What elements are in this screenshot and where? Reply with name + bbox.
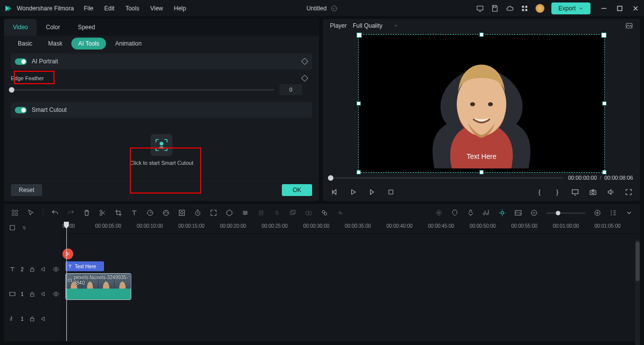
ruler-tick: 00:00:40:00 — [386, 223, 413, 229]
properties-top-tabs: Video Color Speed — [4, 19, 319, 36]
menu-view[interactable]: View — [150, 5, 163, 12]
color-tool-icon[interactable] — [162, 209, 170, 217]
stop-button[interactable] — [386, 188, 395, 197]
export-button[interactable]: Export — [551, 2, 590, 14]
tab-speed[interactable]: Speed — [69, 19, 104, 36]
delete-icon[interactable] — [83, 209, 91, 217]
subtab-basic[interactable]: Basic — [11, 38, 39, 49]
subtab-ai-tools[interactable]: AI Tools — [71, 38, 106, 49]
split-icon[interactable] — [99, 209, 107, 217]
keyframe-icon[interactable] — [301, 75, 308, 82]
window-close-button[interactable] — [632, 5, 639, 12]
undo-icon[interactable] — [51, 209, 59, 217]
apps-grid-icon[interactable] — [521, 4, 529, 12]
window-minimize-button[interactable] — [600, 5, 607, 12]
user-avatar[interactable] — [536, 4, 544, 13]
mute-icon[interactable] — [41, 315, 48, 322]
save-icon[interactable] — [491, 4, 499, 12]
lock-icon[interactable] — [29, 266, 36, 273]
tab-color[interactable]: Color — [37, 19, 69, 36]
group-icon[interactable] — [289, 209, 297, 217]
playhead[interactable] — [66, 222, 67, 341]
mute-icon[interactable] — [41, 266, 48, 273]
crop-icon[interactable] — [114, 209, 122, 217]
link-tracks-icon[interactable] — [21, 224, 28, 231]
audio-mixer-icon[interactable] — [483, 209, 490, 217]
visibility-icon[interactable] — [53, 266, 59, 273]
menu-edit[interactable]: Edit — [105, 5, 115, 12]
ai-portrait-toggle[interactable] — [15, 58, 27, 65]
thumbnail-icon[interactable] — [514, 209, 522, 217]
select-tool-icon[interactable] — [11, 209, 19, 217]
ai-portrait-row: AI Portrait — [11, 53, 312, 69]
smart-cutout-toggle[interactable] — [15, 107, 27, 113]
tab-video[interactable]: Video — [4, 19, 37, 36]
visibility-icon[interactable] — [53, 291, 59, 297]
timeline: 2 1 1 00:0000:00:05:0000:00:10:0000:00:1… — [4, 222, 640, 341]
auto-beat-icon[interactable] — [435, 209, 443, 217]
mixer-icon[interactable] — [257, 209, 265, 217]
zoom-in-icon[interactable] — [593, 209, 601, 217]
timeline-scrollbar[interactable] — [635, 240, 640, 345]
mark-in-icon[interactable]: { — [535, 188, 544, 197]
edge-feather-value[interactable]: 0 — [279, 84, 302, 95]
video-clip[interactable]: pexels-fauxels-3249935-3840 — [65, 273, 131, 300]
audio-stretch-icon[interactable] — [336, 209, 344, 217]
reset-button[interactable]: Reset — [11, 184, 42, 196]
marker-icon[interactable] — [225, 209, 233, 217]
ruler-tick: 00:00:25:00 — [262, 223, 288, 229]
timeline-options-icon[interactable] — [9, 224, 16, 231]
menu-tools[interactable]: Tools — [125, 5, 139, 12]
text-icon[interactable] — [130, 209, 138, 217]
fullscreen-icon[interactable] — [624, 188, 633, 197]
subtab-animation[interactable]: Animation — [108, 38, 148, 49]
next-frame-button[interactable] — [368, 188, 376, 197]
mute-icon[interactable] — [41, 291, 48, 297]
greenscreen-icon[interactable] — [178, 209, 186, 217]
project-title-group: Untitled — [307, 5, 338, 12]
smart-cutout-start-button[interactable]: Click to start Smart Cutout — [130, 134, 193, 166]
cloud-icon[interactable] — [506, 4, 514, 12]
preview-text-overlay[interactable]: Text Here — [467, 152, 496, 160]
snapshot-icon[interactable] — [589, 188, 597, 197]
redo-icon[interactable] — [67, 209, 75, 217]
lock-icon[interactable] — [29, 291, 36, 297]
duration-icon[interactable] — [194, 209, 202, 217]
lock-icon[interactable] — [29, 315, 36, 322]
mic-icon[interactable] — [467, 209, 475, 217]
zoom-slider[interactable] — [546, 212, 586, 214]
subtab-mask[interactable]: Mask — [41, 38, 69, 49]
quality-dropdown[interactable]: Full Quality — [353, 22, 398, 29]
display-icon[interactable] — [571, 188, 580, 197]
preview-scrubber[interactable] — [330, 177, 563, 179]
window-maximize-button[interactable] — [616, 5, 623, 12]
text-clip[interactable]: Text Here — [65, 261, 104, 271]
add-marker-icon[interactable] — [451, 209, 459, 217]
play-button[interactable] — [349, 188, 358, 197]
mark-out-icon[interactable]: } — [553, 188, 562, 197]
adjust-icon[interactable] — [241, 209, 249, 217]
prev-frame-button[interactable] — [330, 188, 339, 197]
ok-button[interactable]: OK — [282, 184, 312, 196]
more-options-icon[interactable] — [625, 209, 633, 217]
timeline-body[interactable]: 00:0000:00:05:0000:00:10:0000:00:15:0000… — [62, 222, 640, 341]
zoom-out-icon[interactable] — [530, 209, 538, 217]
menu-file[interactable]: File — [84, 5, 93, 12]
preview-viewport[interactable]: Text Here — [358, 34, 605, 173]
timeline-view-icon[interactable] — [609, 209, 617, 217]
speed-tool-icon[interactable] — [146, 209, 154, 217]
auto-reframe-icon[interactable] — [498, 209, 506, 217]
render-icon[interactable] — [321, 209, 328, 217]
split-marker-icon[interactable] — [62, 248, 73, 259]
timeline-ruler[interactable]: 00:0000:00:05:0000:00:10:0000:00:15:0000… — [62, 222, 640, 234]
link-icon[interactable] — [273, 209, 281, 217]
menu-help[interactable]: Help — [174, 5, 186, 12]
keyframe-tool-icon[interactable] — [210, 209, 217, 217]
monitor-icon[interactable] — [476, 4, 484, 12]
cursor-tool-icon[interactable] — [27, 209, 35, 217]
snapshot-outline-icon[interactable] — [625, 22, 633, 30]
edge-feather-slider[interactable] — [11, 89, 274, 91]
keyframe-icon[interactable] — [301, 58, 308, 65]
record-voiceover-icon[interactable] — [305, 209, 313, 217]
volume-icon[interactable] — [606, 188, 615, 197]
